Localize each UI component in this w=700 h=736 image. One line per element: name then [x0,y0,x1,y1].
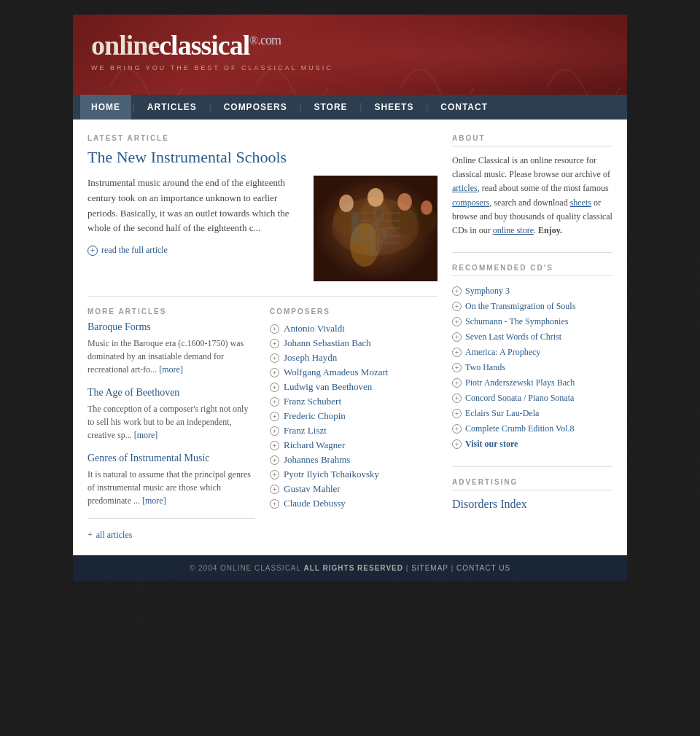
advertising-link[interactable]: Disorders Index [452,498,527,510]
composers-list: +Antonio Vivaldi+Johann Sebastian Bach+J… [270,321,438,511]
recommended-link[interactable]: Schumann - The Symphonies [465,316,568,327]
plus-icon: + [270,470,279,479]
plus-icon: + [270,383,279,392]
recommended-link[interactable]: Concord Sonata / Piano Sonata [465,393,574,404]
plus-icon: + [88,246,98,256]
composer-link[interactable]: Franz Liszt [284,425,327,436]
composer-link[interactable]: Claude Debussy [284,498,346,509]
articles-link[interactable]: articles [452,183,478,193]
logo: onlineclassical®.com [91,29,609,61]
sheets-link[interactable]: sheets [570,197,591,208]
recommended-list: +Symphony 3+On the Transmigration of Sou… [452,283,612,452]
article-item-beethoven: The Age of Beethoven The conception of a… [88,387,255,442]
recommended-link[interactable]: Complete Crumb Edition Vol.8 [465,423,575,434]
article-beethoven-title[interactable]: The Age of Beethoven [88,387,255,399]
nav-item-composers[interactable]: COMPOSERS [213,95,298,120]
article-baroque-title[interactable]: Baroque Forms [88,321,255,333]
plus-icon: + [452,378,462,388]
composer-item: +Richard Wagner [270,438,438,453]
contact-link[interactable]: CONTACT US [456,564,510,572]
recommended-item: +Concord Sonata / Piano Sonata [452,391,612,406]
plus-icon: + [270,441,279,450]
recommended-section: RECOMMENDED CD'S +Symphony 3+On the Tran… [452,264,612,452]
article-text: Instrumental music around the end of the… [88,176,303,281]
article-baroque-text: Music in the Baroque era (c.1600-1750) w… [88,337,255,376]
article-item-genres: Genres of Instrumental Music It is natur… [88,453,255,507]
article-genres-title[interactable]: Genres of Instrumental Music [88,453,255,464]
sitemap-link[interactable]: SITEMAP [411,564,448,572]
composer-item: +Johann Sebastian Bach [270,336,438,351]
rights: ALL RIGHTS RESERVED [304,564,403,572]
svg-point-8 [421,200,432,215]
plus-icon: + [452,394,462,403]
recommended-item: +Complete Crumb Edition Vol.8 [452,421,612,436]
recommended-link[interactable]: On the Transmigration of Souls [465,301,575,312]
about-text: Online Classical is an online resource f… [452,154,612,238]
latest-article-title[interactable]: The New Instrumental Schools [88,148,438,167]
baroque-more-link[interactable]: [more] [159,364,183,375]
copyright: © 2004 ONLINE CLASSICAL [190,564,301,572]
plus-icon: + [270,353,279,363]
composer-link[interactable]: Ludwig van Beethoven [284,381,372,393]
recommended-link[interactable]: Piotr Anderszewski Plays Bach [465,377,575,388]
all-articles-link[interactable]: + all articles [88,530,255,541]
recommended-item: +Piotr Anderszewski Plays Bach [452,375,612,391]
composer-item: +Franz Liszt [270,423,438,438]
composer-link[interactable]: Pyotr Ilyich Tchaikovsky [284,469,379,480]
composer-link[interactable]: Johann Sebastian Bach [284,337,371,349]
divider-sidebar-2 [452,466,612,467]
painting [314,176,438,281]
nav-item-sheets[interactable]: SHEETS [363,95,424,120]
online-store-link[interactable]: online store [493,225,534,235]
plus-icon: + [270,397,279,407]
genres-more-link[interactable]: [more] [142,496,166,506]
composer-item: +Pyotr Ilyich Tchaikovsky [270,467,438,482]
plus-icon: + [270,455,279,465]
recommended-link[interactable]: Two Hands [465,362,505,373]
recommended-link[interactable]: America: A Prophecy [465,347,540,358]
svg-point-3 [361,197,390,234]
composer-link[interactable]: Gustav Mahler [284,483,341,495]
nav-item-home[interactable]: HOME [80,95,131,120]
composer-link[interactable]: Frederic Chopin [284,410,346,422]
read-more-link[interactable]: + read the full article [88,243,303,257]
nav-item-articles[interactable]: ARTICLES [136,95,208,120]
composer-link[interactable]: Wolfgang Amadeus Mozart [284,367,388,378]
content-wrapper: LATEST ARTICLE The New Instrumental Scho… [73,120,627,555]
nav-item-store[interactable]: STORE [303,95,358,120]
header: onlineclassical®.com WE BRING YOU THE BE… [73,15,627,95]
nav-divider: | [208,101,213,113]
read-more-label[interactable]: read the full article [101,243,168,257]
recommended-item: +Eclairs Sur Lau-Dela [452,406,612,421]
recommended-item: +Visit our store [452,436,612,452]
composer-link[interactable]: Joseph Haydn [284,352,337,364]
plus-icon: + [270,412,279,421]
plus-icon: + [452,332,462,342]
nav-divider: | [424,101,429,113]
article-content: Instrumental music around the end of the… [88,176,438,281]
visit-store-link[interactable]: Visit our store [465,439,518,450]
recommended-link[interactable]: Seven Last Words of Christ [465,332,561,342]
nav-divider: | [298,101,303,113]
composer-link[interactable]: Richard Wagner [284,439,345,451]
plus-icon: + [270,485,279,494]
sidebar: ABOUT Online Classical is an online reso… [452,134,612,541]
composer-link[interactable]: Johannes Brahms [284,454,350,466]
composers-link[interactable]: composers [452,197,489,208]
composer-link[interactable]: Franz Schubert [284,396,341,407]
about-label: ABOUT [452,134,612,146]
all-articles-label[interactable]: all articles [96,530,133,541]
composer-link[interactable]: Antonio Vivaldi [284,323,345,334]
composer-item: +Wolfgang Amadeus Mozart [270,365,438,380]
footer-divider-2: | [451,564,456,572]
beethoven-more-link[interactable]: [more] [134,430,158,440]
svg-point-11 [332,197,419,256]
divider-1 [88,296,438,297]
more-articles-label: MORE ARTICLES [88,308,255,316]
article-image [314,176,438,281]
recommended-link[interactable]: Symphony 3 [465,286,510,297]
nav-item-contact[interactable]: CONTACT [429,95,499,120]
article-beethoven-text: The conception of a composer's right not… [88,402,255,442]
recommended-link[interactable]: Eclairs Sur Lau-Dela [465,408,539,419]
nav-divider: | [359,101,364,113]
